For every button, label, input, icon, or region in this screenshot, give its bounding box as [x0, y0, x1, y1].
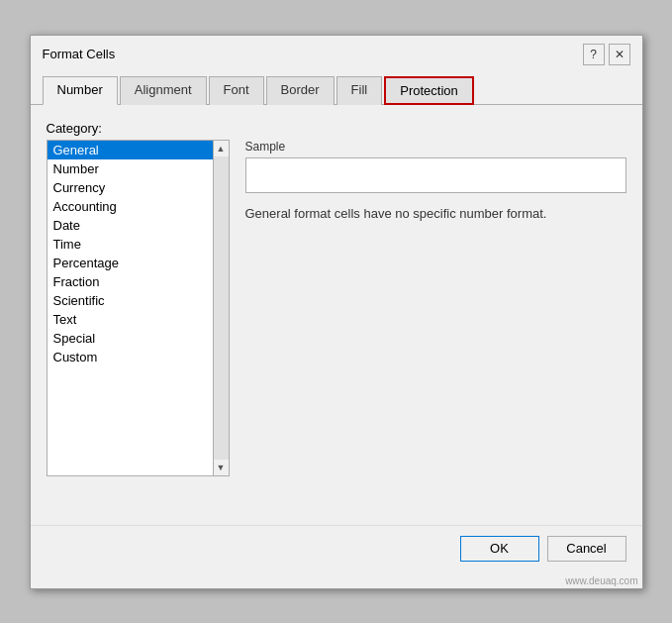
- sample-label: Sample: [245, 140, 626, 154]
- category-item[interactable]: Date: [48, 216, 213, 235]
- category-label: Category:: [47, 121, 626, 136]
- scroll-track: [214, 156, 229, 460]
- dialog-footer: OK Cancel: [31, 525, 642, 575]
- category-item[interactable]: Special: [48, 329, 213, 348]
- title-bar: Format Cells ? ✕: [31, 36, 642, 69]
- category-item[interactable]: Number: [48, 159, 213, 178]
- dialog-body: Category: GeneralNumberCurrencyAccountin…: [31, 105, 642, 525]
- right-panel: Sample General format cells have no spec…: [245, 140, 626, 476]
- tab-protection[interactable]: Protection: [384, 76, 474, 105]
- dialog-title: Format Cells: [43, 47, 116, 61]
- help-button[interactable]: ?: [583, 44, 605, 65]
- list-scrollbar[interactable]: ▲ ▼: [213, 141, 229, 475]
- category-list[interactable]: GeneralNumberCurrencyAccountingDateTimeP…: [47, 140, 230, 476]
- tab-number[interactable]: Number: [43, 76, 118, 105]
- category-item[interactable]: Scientific: [48, 291, 213, 310]
- category-item[interactable]: Fraction: [48, 272, 213, 291]
- left-panel: GeneralNumberCurrencyAccountingDateTimeP…: [47, 140, 230, 476]
- tab-bar: NumberAlignmentFontBorderFillProtection: [31, 69, 642, 105]
- category-item[interactable]: General: [48, 141, 213, 159]
- category-item[interactable]: Percentage: [48, 254, 213, 272]
- tab-border[interactable]: Border: [266, 76, 335, 105]
- description-text: General format cells have no specific nu…: [245, 205, 626, 223]
- scroll-up-arrow[interactable]: ▲: [213, 141, 229, 156]
- tab-alignment[interactable]: Alignment: [120, 76, 207, 105]
- scroll-down-arrow[interactable]: ▼: [213, 460, 229, 475]
- sample-box: [245, 157, 626, 193]
- tab-font[interactable]: Font: [209, 76, 264, 105]
- title-bar-left: Format Cells: [43, 47, 116, 61]
- category-item[interactable]: Custom: [48, 348, 213, 366]
- ok-button[interactable]: OK: [460, 536, 539, 562]
- category-item[interactable]: Time: [48, 235, 213, 254]
- category-item[interactable]: Text: [48, 310, 213, 329]
- watermark: www.deuaq.com: [31, 575, 642, 588]
- close-button[interactable]: ✕: [609, 44, 630, 65]
- cancel-button[interactable]: Cancel: [547, 536, 626, 562]
- format-cells-dialog: Format Cells ? ✕ NumberAlignmentFontBord…: [30, 35, 643, 589]
- category-item[interactable]: Accounting: [48, 197, 213, 216]
- category-item[interactable]: Currency: [48, 178, 213, 197]
- main-content: GeneralNumberCurrencyAccountingDateTimeP…: [47, 140, 626, 476]
- tab-fill[interactable]: Fill: [336, 76, 383, 105]
- title-buttons: ? ✕: [583, 44, 630, 65]
